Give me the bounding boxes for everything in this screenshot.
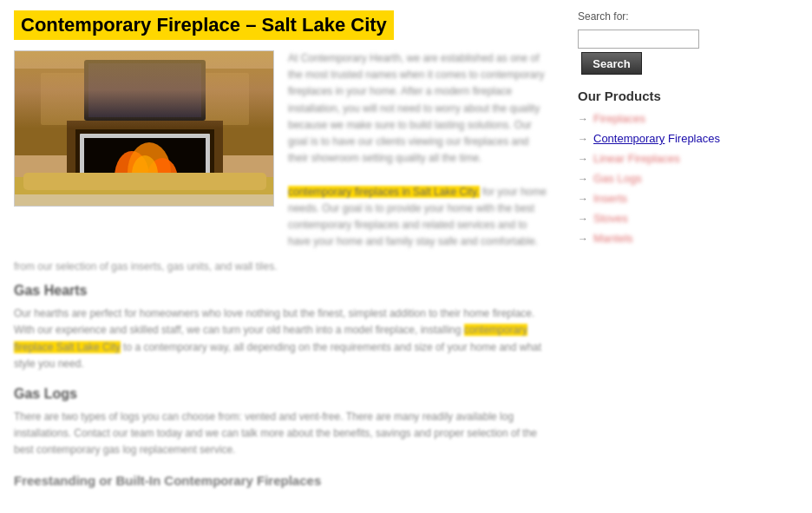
- stoves-link[interactable]: Stoves: [593, 212, 628, 225]
- list-item: → Linear Fireplaces: [578, 152, 776, 165]
- arrow-icon: →: [578, 153, 588, 165]
- arrow-icon: →: [578, 113, 588, 125]
- gas-logs-link[interactable]: Gas Logs: [593, 172, 642, 185]
- contemporary-fireplaces-link[interactable]: Contemporary Fireplaces: [593, 132, 720, 145]
- search-button[interactable]: Search: [581, 52, 642, 75]
- gas-hearts-text-1: Our hearths are perfect for homeowners w…: [14, 306, 550, 372]
- svg-rect-6: [88, 63, 201, 117]
- mantels-link[interactable]: Mantels: [593, 232, 633, 245]
- gas-logs-heading: Gas Logs: [14, 386, 550, 402]
- inserts-link[interactable]: Inserts: [593, 192, 627, 205]
- arrow-icon: →: [578, 233, 588, 245]
- freestanding-heading: Freestanding or Built-In Contemporary Fi…: [14, 473, 550, 488]
- arrow-icon: →: [578, 173, 588, 185]
- svg-rect-4: [180, 73, 249, 125]
- page-title: Contemporary Fireplace – Salt Lake City: [14, 10, 394, 40]
- our-products-heading: Our Products: [578, 89, 776, 103]
- search-input[interactable]: [578, 30, 699, 49]
- list-item: → Gas Logs: [578, 172, 776, 185]
- main-content: Contemporary Fireplace – Salt Lake City: [0, 0, 564, 505]
- arrow-icon: →: [578, 193, 588, 205]
- list-item: → Fireplaces: [578, 112, 776, 125]
- linear-fireplaces-link[interactable]: Linear Fireplaces: [593, 152, 680, 165]
- svg-rect-3: [41, 73, 110, 125]
- fireplace-image: [14, 50, 274, 207]
- fireplaces-text: Fireplaces: [668, 132, 720, 145]
- search-widget: Search for: Search: [578, 10, 776, 75]
- list-item: → Mantels: [578, 232, 776, 245]
- gas-hearts-section: Gas Hearts Our hearths are perfect for h…: [14, 283, 550, 372]
- highlight-contemporary-fireplaces: contemporary fireplaces in Salt Lake Cit…: [288, 186, 480, 198]
- highlight-slc: contemporary fireplace Salt Lake City: [14, 324, 527, 352]
- intro-paragraph-1: At Contemporary Hearth, we are establish…: [288, 50, 550, 167]
- below-image-text: from our selection of gas inserts, gas u…: [14, 260, 550, 273]
- list-item: → Contemporary Fireplaces: [578, 132, 776, 145]
- content-top: At Contemporary Hearth, we are establish…: [14, 50, 550, 250]
- svg-rect-17: [23, 173, 266, 190]
- arrow-icon: →: [578, 213, 588, 225]
- page-layout: Contemporary Fireplace – Salt Lake City: [0, 0, 812, 505]
- product-list: → Fireplaces → Contemporary Fireplaces →…: [578, 112, 776, 245]
- list-item: → Inserts: [578, 192, 776, 205]
- intro-paragraph-2: contemporary fireplaces in Salt Lake Cit…: [288, 184, 550, 251]
- fireplaces-link[interactable]: Fireplaces: [593, 112, 645, 125]
- arrow-icon: →: [578, 133, 588, 145]
- contemporary-text: Contemporary: [593, 132, 665, 145]
- gas-logs-text: There are two types of logs you can choo…: [14, 409, 550, 459]
- our-products-widget: Our Products → Fireplaces → Contemporary…: [578, 89, 776, 245]
- search-label: Search for:: [578, 10, 776, 23]
- svg-rect-18: [15, 194, 274, 207]
- gas-hearts-heading: Gas Hearts: [14, 283, 550, 299]
- list-item: → Stoves: [578, 212, 776, 225]
- svg-rect-5: [84, 60, 206, 121]
- sidebar: Search for: Search Our Products → Firepl…: [564, 0, 789, 505]
- intro-text: At Contemporary Hearth, we are establish…: [288, 50, 550, 250]
- gas-logs-section: Gas Logs There are two types of logs you…: [14, 386, 550, 459]
